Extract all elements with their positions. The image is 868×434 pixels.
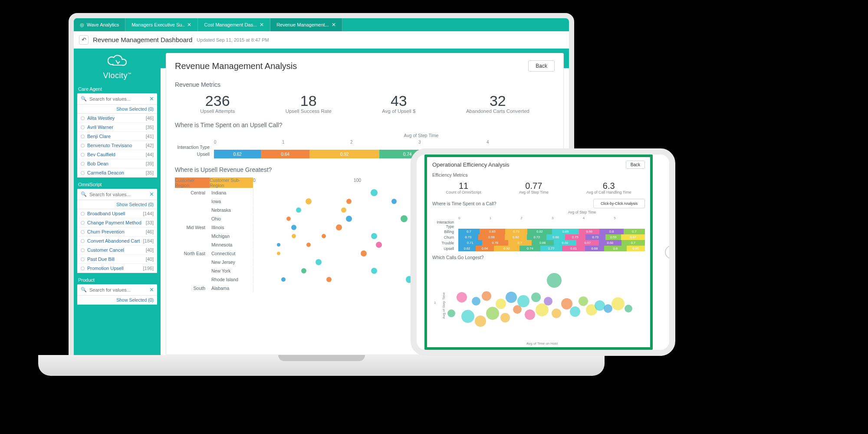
tab-item[interactable]: Revenue Management... ✕: [270, 18, 342, 31]
step-seg[interactable]: 0.87: [621, 234, 644, 240]
bubble[interactable]: [277, 243, 280, 247]
step-seg[interactable]: 0.82: [527, 229, 552, 234]
step-seg[interactable]: 0.65: [627, 246, 645, 251]
facet-item[interactable]: Alita Westley [46]: [77, 114, 157, 123]
cloud-bubble[interactable]: [506, 292, 517, 303]
facet-search[interactable]: 🔍 ✕: [77, 189, 157, 200]
close-icon[interactable]: ✕: [260, 22, 264, 28]
facet-item[interactable]: Past Due Bill [40]: [77, 255, 157, 264]
step-seg[interactable]: 0.64: [261, 150, 309, 158]
bubble[interactable]: [326, 277, 332, 282]
show-selected-link[interactable]: Show Selected (0): [77, 105, 157, 114]
bubble[interactable]: [336, 224, 342, 230]
step-seg[interactable]: 0.66: [532, 240, 554, 246]
facet-item[interactable]: Churn Prevention [46]: [77, 227, 157, 237]
clear-icon[interactable]: ✕: [149, 95, 154, 102]
cloud-bubble[interactable]: [579, 296, 588, 306]
step-seg[interactable]: 0.74: [519, 246, 540, 251]
bubble[interactable]: [371, 268, 377, 274]
cloud-bubble[interactable]: [486, 307, 499, 320]
close-icon[interactable]: ✕: [187, 22, 191, 28]
close-icon[interactable]: ✕: [332, 22, 336, 28]
step-seg[interactable]: 0.62: [214, 150, 261, 158]
bubble[interactable]: [322, 234, 326, 238]
step-seg[interactable]: 0.7: [508, 240, 532, 246]
clear-icon[interactable]: ✕: [149, 191, 154, 197]
click-analysis-button[interactable]: Click-by-Click Analysis: [593, 199, 645, 208]
cloud-bubble[interactable]: [496, 299, 506, 309]
step-seg[interactable]: 0.68: [585, 246, 604, 251]
step-seg[interactable]: 0.68: [579, 229, 599, 234]
cloud-bubble[interactable]: [482, 291, 491, 301]
clear-icon[interactable]: ✕: [149, 286, 154, 293]
facet-search[interactable]: 🔍 ✕: [77, 284, 157, 296]
facet-item[interactable]: Bob Dean [39]: [77, 159, 157, 168]
step-seg[interactable]: 0.82: [505, 234, 527, 240]
cloud-bubble[interactable]: [547, 273, 562, 288]
show-selected-link[interactable]: Show Selected (0): [77, 200, 157, 209]
step-seg[interactable]: 0.73: [458, 234, 478, 240]
tab-brand[interactable]: ◎ Wave Analytics: [74, 18, 125, 31]
step-seg[interactable]: 0.81: [562, 246, 585, 251]
show-selected-link[interactable]: Show Selected (0): [77, 296, 157, 305]
bubble[interactable]: [371, 189, 378, 196]
facet-item[interactable]: Change Payment Method [33]: [77, 218, 157, 227]
facet-item[interactable]: Convert Abandoned Cart [184]: [77, 237, 157, 246]
bubble[interactable]: [286, 217, 291, 221]
step-seg[interactable]: 0.77: [540, 246, 562, 251]
search-input[interactable]: [89, 287, 149, 293]
cloud-bubble[interactable]: [475, 316, 486, 327]
step-seg[interactable]: 0.72: [527, 234, 546, 240]
bubble[interactable]: [361, 250, 367, 256]
bubble[interactable]: [346, 216, 352, 222]
step-seg[interactable]: 0.73: [585, 234, 605, 240]
facet-item[interactable]: Customer Cancel [40]: [77, 246, 157, 255]
bubble[interactable]: [296, 207, 301, 213]
bubble[interactable]: [391, 199, 397, 204]
facet-item[interactable]: Benji Clare [41]: [77, 132, 157, 141]
cloud-bubble[interactable]: [604, 304, 612, 313]
facet-item[interactable]: Avril Warner [35]: [77, 123, 157, 132]
home-button-icon[interactable]: [665, 245, 675, 259]
bubble[interactable]: [281, 277, 286, 282]
cloud-bubble[interactable]: [612, 297, 625, 310]
step-seg[interactable]: 0.85: [480, 229, 505, 234]
tab-item[interactable]: Managers Executive Su.. ✕: [125, 18, 198, 31]
cloud-bubble[interactable]: [531, 293, 541, 302]
step-seg[interactable]: 0.89: [552, 229, 579, 234]
step-seg[interactable]: 0.78: [482, 240, 508, 246]
search-input[interactable]: [89, 96, 149, 102]
bubble[interactable]: [401, 215, 408, 222]
step-seg[interactable]: 0.92: [494, 246, 520, 251]
cloud-bubble[interactable]: [457, 292, 467, 302]
facet-item[interactable]: Promotion Upsell [196]: [77, 264, 157, 273]
bubble[interactable]: [316, 259, 322, 265]
bubble[interactable]: [376, 242, 382, 248]
step-seg[interactable]: 0.68: [554, 240, 576, 246]
step-seg[interactable]: 0.59: [605, 234, 621, 240]
bubble[interactable]: [291, 225, 296, 230]
step-seg[interactable]: 0.7: [624, 229, 645, 234]
facet-item[interactable]: Broadband Upsell [144]: [77, 209, 157, 218]
step-seg[interactable]: 0.67: [576, 240, 599, 246]
cloud-bubble[interactable]: [472, 297, 480, 306]
step-seg[interactable]: 0.68: [546, 234, 565, 240]
bubble[interactable]: [341, 207, 346, 213]
undo-button[interactable]: ↶: [79, 35, 89, 45]
step-seg[interactable]: 0.8: [604, 246, 627, 251]
cloud-bubble[interactable]: [447, 309, 455, 317]
bubble[interactable]: [277, 252, 280, 255]
cloud-bubble[interactable]: [461, 310, 474, 323]
cloud-bubble[interactable]: [517, 295, 529, 307]
facet-item[interactable]: Bev Caulfield [44]: [77, 150, 157, 159]
bubble[interactable]: [301, 268, 306, 273]
step-seg[interactable]: 0.62: [458, 246, 476, 251]
bubble[interactable]: [306, 243, 311, 247]
step-seg[interactable]: 0.7: [458, 229, 480, 234]
step-seg[interactable]: 0.92: [309, 150, 379, 158]
bubble[interactable]: [346, 199, 352, 204]
step-seg[interactable]: 0.73: [505, 229, 527, 234]
step-seg[interactable]: 0.8: [599, 229, 624, 234]
cloud-bubble[interactable]: [570, 306, 580, 317]
step-seg[interactable]: 0.71: [458, 240, 482, 246]
